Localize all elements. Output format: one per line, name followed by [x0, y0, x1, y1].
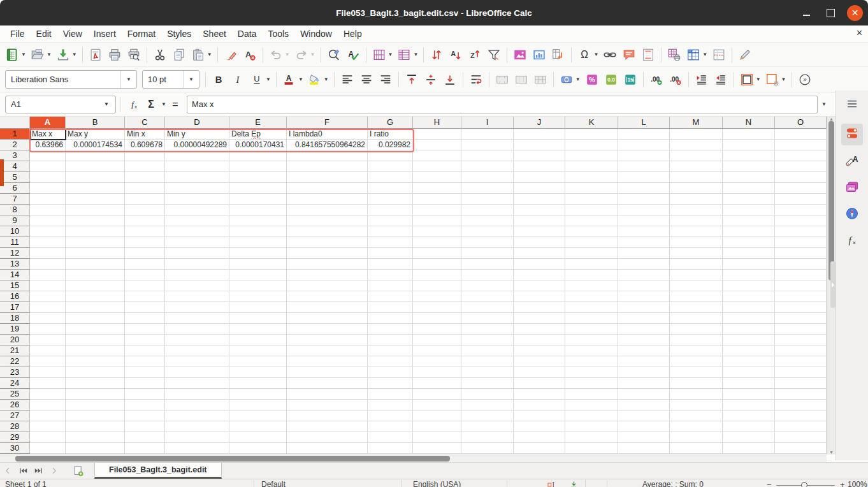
- cell-L23[interactable]: [618, 367, 670, 378]
- cell-H26[interactable]: [413, 400, 461, 411]
- open-button[interactable]: ▼: [28, 45, 54, 64]
- freeze-rows-columns-dropdown[interactable]: ▼: [702, 52, 707, 57]
- clone-formatting-button[interactable]: [221, 45, 240, 64]
- scroll-up-arrow[interactable]: ▲: [829, 117, 834, 121]
- cell-M25[interactable]: [670, 389, 723, 400]
- column-header-E[interactable]: E: [229, 117, 287, 129]
- cell-D10[interactable]: [165, 226, 229, 237]
- cell-H15[interactable]: [413, 280, 461, 291]
- cell-D27[interactable]: [165, 411, 229, 421]
- sheet-tab-active[interactable]: File053_BagIt.3_bagit.edit: [94, 463, 222, 479]
- bold-button[interactable]: B: [209, 70, 228, 89]
- cell-F5[interactable]: [287, 172, 368, 183]
- cell-E10[interactable]: [229, 226, 287, 237]
- cell-D16[interactable]: [165, 291, 229, 302]
- cell-C2[interactable]: 0.609678: [125, 140, 165, 150]
- cell-L24[interactable]: [618, 378, 670, 389]
- cell-E30[interactable]: [229, 443, 287, 454]
- cell-A19[interactable]: [30, 324, 66, 335]
- cell-K2[interactable]: [565, 140, 618, 150]
- cell-L7[interactable]: [618, 194, 670, 205]
- cell-M18[interactable]: [670, 313, 723, 324]
- cell-M9[interactable]: [670, 215, 723, 226]
- cell-F13[interactable]: [287, 259, 368, 270]
- cell-M23[interactable]: [670, 367, 723, 378]
- row-header-28[interactable]: 28: [0, 421, 30, 432]
- cell-C6[interactable]: [125, 183, 165, 194]
- toolbar-overflow-button[interactable]: »: [795, 70, 814, 89]
- column-header-N[interactable]: N: [723, 117, 775, 129]
- underline-dropdown[interactable]: ▼: [266, 76, 271, 82]
- cell-D30[interactable]: [165, 443, 229, 454]
- wrap-text-button[interactable]: [467, 70, 486, 89]
- minimize-button[interactable]: [799, 5, 814, 20]
- row-header-19[interactable]: 19: [0, 324, 30, 335]
- open-dropdown[interactable]: ▼: [47, 52, 52, 57]
- cell-O11[interactable]: [775, 237, 827, 248]
- cell-C10[interactable]: [125, 226, 165, 237]
- row-header-27[interactable]: 27: [0, 411, 30, 421]
- cell-G20[interactable]: [368, 335, 413, 345]
- row-header-29[interactable]: 29: [0, 432, 30, 443]
- cell-J27[interactable]: [514, 411, 565, 421]
- last-sheet-button[interactable]: [46, 464, 61, 478]
- cell-J25[interactable]: [514, 389, 565, 400]
- cell-L30[interactable]: [618, 443, 670, 454]
- cell-O29[interactable]: [775, 432, 827, 443]
- cell-J7[interactable]: [514, 194, 565, 205]
- cell-C25[interactable]: [125, 389, 165, 400]
- cell-A8[interactable]: [30, 205, 66, 215]
- cell-F8[interactable]: [287, 205, 368, 215]
- font-name-dropdown[interactable]: ▼: [120, 71, 136, 88]
- cell-J9[interactable]: [514, 215, 565, 226]
- cell-N24[interactable]: [723, 378, 775, 389]
- cell-K25[interactable]: [565, 389, 618, 400]
- cell-N26[interactable]: [723, 400, 775, 411]
- cell-J4[interactable]: [514, 161, 565, 172]
- menu-edit[interactable]: Edit: [31, 27, 57, 40]
- cell-J1[interactable]: [514, 129, 565, 140]
- cell-J2[interactable]: [514, 140, 565, 150]
- cell-K20[interactable]: [565, 335, 618, 345]
- cell-B24[interactable]: [66, 378, 125, 389]
- cell-J6[interactable]: [514, 183, 565, 194]
- selection-mode-icon[interactable]: [546, 479, 557, 487]
- cell-N27[interactable]: [723, 411, 775, 421]
- special-character-button[interactable]: Ω▼: [575, 45, 600, 64]
- cell-B7[interactable]: [66, 194, 125, 205]
- cell-D13[interactable]: [165, 259, 229, 270]
- cell-C30[interactable]: [125, 443, 165, 454]
- menu-insert[interactable]: Insert: [88, 27, 122, 40]
- column-header-I[interactable]: I: [461, 117, 514, 129]
- cell-C28[interactable]: [125, 421, 165, 432]
- cell-C18[interactable]: [125, 313, 165, 324]
- cell-E20[interactable]: [229, 335, 287, 345]
- cell-K10[interactable]: [565, 226, 618, 237]
- copy-button[interactable]: [170, 45, 189, 64]
- cell-K4[interactable]: [565, 161, 618, 172]
- horizontal-scrollbar[interactable]: [0, 454, 827, 462]
- border-style-button[interactable]: ▼: [763, 70, 788, 89]
- cell-K6[interactable]: [565, 183, 618, 194]
- row-header-6[interactable]: 6: [0, 183, 30, 194]
- cell-M16[interactable]: [670, 291, 723, 302]
- menu-sheet[interactable]: Sheet: [197, 27, 232, 40]
- cell-D19[interactable]: [165, 324, 229, 335]
- cell-L18[interactable]: [618, 313, 670, 324]
- row-header-12[interactable]: 12: [0, 248, 30, 259]
- clear-formatting-button[interactable]: A: [240, 45, 259, 64]
- cell-L9[interactable]: [618, 215, 670, 226]
- cell-B2[interactable]: 0.0000174534: [66, 140, 125, 150]
- cell-F3[interactable]: [287, 150, 368, 161]
- cell-H13[interactable]: [413, 259, 461, 270]
- cell-I17[interactable]: [461, 302, 514, 313]
- cell-B10[interactable]: [66, 226, 125, 237]
- cell-O1[interactable]: [775, 129, 827, 140]
- cell-C24[interactable]: [125, 378, 165, 389]
- cell-B11[interactable]: [66, 237, 125, 248]
- cell-H17[interactable]: [413, 302, 461, 313]
- cell-N8[interactable]: [723, 205, 775, 215]
- cell-D25[interactable]: [165, 389, 229, 400]
- cell-G24[interactable]: [368, 378, 413, 389]
- cell-K19[interactable]: [565, 324, 618, 335]
